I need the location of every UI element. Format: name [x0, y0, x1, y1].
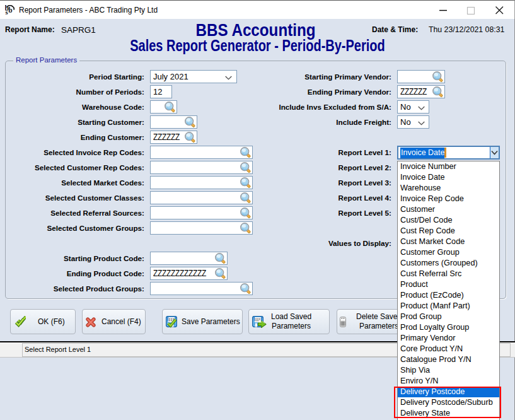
- svg-text:b: b: [8, 6, 12, 14]
- svg-text:s: s: [5, 9, 8, 15]
